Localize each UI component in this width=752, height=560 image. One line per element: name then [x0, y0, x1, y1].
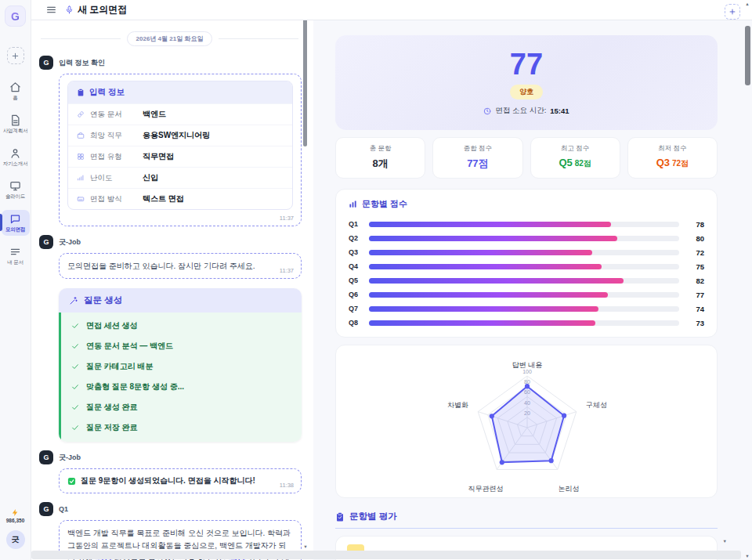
message-text: 질문 9문항이 생성되었습니다. 면접을 시작합니다!: [81, 475, 255, 486]
generation-step-label: 면접 세션 생성: [86, 320, 138, 331]
message-bubble-preparing: 모의면접을 준비하고 있습니다. 잠시만 기다려 주세요. 11:37: [59, 253, 302, 279]
report-panel: 77 양호 면접 소요 시간: 15:41 총 문항8개종합 점수77점최고 점…: [313, 20, 752, 560]
bar-label: Q6: [349, 291, 361, 298]
magic-wand-icon: [69, 296, 78, 305]
sidebar-item-label: 홈: [13, 95, 17, 102]
sidebar-item-slides[interactable]: 슬라이드: [2, 177, 30, 203]
bar-chart-title: 문항별 점수: [349, 198, 704, 210]
duration-label: 면접 소요 시간:: [495, 106, 546, 116]
date-badge: 2026년 4월 21일 화요일: [127, 31, 213, 46]
generation-step-label: 질문 저장 완료: [86, 422, 138, 433]
interview-duration: 면접 소요 시간: 15:41: [483, 106, 569, 116]
panel-scroll-down-icon[interactable]: ▼: [723, 539, 727, 544]
briefcase-icon: [77, 132, 85, 139]
grid-icon: [77, 153, 85, 161]
horizontal-scrollbar[interactable]: [31, 551, 741, 559]
sidebar-footer: 986,350 긋: [6, 508, 25, 560]
clipboard-check-icon: [335, 512, 345, 522]
link-icon: [77, 110, 85, 118]
new-session-button[interactable]: [725, 4, 740, 20]
timestamp: 11:37: [280, 215, 294, 222]
plus-icon: [728, 8, 736, 16]
app-logo[interactable]: G: [5, 5, 26, 27]
svg-text:답변 내용: 답변 내용: [512, 361, 543, 369]
sidebar-item-label: 사업계획서: [3, 128, 28, 135]
sidebar-item-label: 모의면접: [5, 226, 25, 233]
page-scrollbar-thumb[interactable]: [745, 26, 750, 85]
check-icon: [71, 363, 79, 370]
bar-value: 77: [687, 291, 704, 299]
bar-track: [369, 236, 679, 241]
monitor-icon: [9, 180, 21, 192]
message-label: 굿-Job: [59, 453, 81, 463]
sidebar-item-cover-letter[interactable]: 자기소개서: [2, 144, 30, 170]
credits-amount: 986,350: [6, 518, 25, 523]
stat-value: 8개: [339, 157, 421, 171]
info-row-value: 응용SW엔지니어링: [143, 130, 210, 141]
stat-card: 총 문항8개: [335, 137, 425, 179]
bar-label: Q5: [349, 276, 361, 284]
info-row-label: 면접 유형: [90, 152, 137, 162]
sidebar-item-business-plan[interactable]: 사업계획서: [2, 111, 30, 137]
info-row-value: 텍스트 면접: [143, 193, 184, 204]
bar-chart-row: Q873: [349, 316, 704, 330]
bar-label: Q1: [349, 220, 361, 228]
home-icon: [9, 81, 21, 93]
bar-track: [369, 292, 679, 298]
info-row-label: 연동 문서: [90, 110, 137, 120]
bot-avatar: G: [39, 235, 53, 249]
svg-text:구체성: 구체성: [586, 401, 607, 409]
lines-icon: [9, 246, 21, 258]
sidebar-item-mock-interview[interactable]: 모의면접: [2, 210, 30, 236]
user-avatar[interactable]: 긋: [6, 530, 25, 549]
page-scrollbar[interactable]: ▲ ▼: [743, 0, 752, 560]
bar-track: [369, 320, 679, 326]
scroll-down-icon[interactable]: ▼: [744, 554, 750, 558]
info-row-value: 백엔드: [143, 109, 166, 120]
bar-chart: Q178Q280Q372Q475Q582Q677Q774Q873: [349, 217, 704, 330]
scroll-down-icon[interactable]: ▼: [302, 544, 309, 549]
stat-card: 최고 점수Q582점: [530, 137, 620, 179]
lightning-icon: [11, 508, 20, 517]
bar-track: [369, 278, 679, 284]
svg-text:직무관련성: 직무관련성: [468, 485, 504, 493]
bar-chart-row: Q280: [349, 231, 704, 245]
info-row-value: 직무면접: [143, 151, 174, 162]
sidebar: G 홈사업계획서자기소개서슬라이드모의면접내 문서 986,350 긋: [0, 0, 31, 560]
hamburger-menu-icon[interactable]: [46, 5, 56, 15]
bar-fill: [369, 320, 595, 326]
question-generation-header: 질문 생성: [59, 288, 302, 313]
bar-value: 72: [687, 248, 704, 257]
check-icon: [71, 322, 79, 330]
bar-track: [369, 264, 679, 269]
sidebar-item-label: 내 문서: [7, 259, 24, 266]
scroll-up-icon[interactable]: ▲: [744, 2, 750, 6]
bar-value: 82: [687, 276, 704, 285]
generation-step: 맞춤형 질문 8문항 생성 중...: [61, 377, 302, 397]
bar-fill: [369, 278, 624, 284]
bar-label: Q7: [349, 305, 361, 313]
green-check-icon: [67, 477, 76, 486]
bar-chart-row: Q774: [349, 302, 704, 316]
info-row: 면접 유형직무면접: [68, 146, 292, 167]
stat-value: Q372점: [631, 157, 714, 169]
per-question-eval-header: 문항별 평가: [335, 511, 718, 529]
file-icon: [9, 114, 21, 126]
sidebar-item-my-docs[interactable]: 내 문서: [2, 243, 30, 269]
bar-fill: [369, 292, 608, 298]
bar-chart-row: Q582: [349, 273, 704, 287]
avatar-label: 긋: [12, 534, 20, 545]
bar-chart-row: Q677: [349, 287, 704, 302]
question-generation-title: 질문 생성: [84, 294, 122, 306]
bar-fill: [369, 236, 617, 241]
bot-avatar: G: [39, 450, 53, 464]
new-project-button[interactable]: [7, 47, 24, 64]
info-row: 난이도신입: [68, 167, 292, 188]
generation-step-label: 맞춤형 질문 8문항 생성 중...: [86, 381, 184, 392]
question-scores-card: 문항별 점수 Q178Q280Q372Q475Q582Q677Q774Q873: [335, 189, 718, 338]
bot-avatar: G: [39, 502, 53, 516]
sidebar-item-home[interactable]: 홈: [2, 78, 30, 104]
chat-scrollbar-thumb[interactable]: [303, 9, 307, 146]
signal-icon: [77, 174, 85, 182]
chat-scrollbar[interactable]: ▲ ▼: [302, 2, 309, 549]
